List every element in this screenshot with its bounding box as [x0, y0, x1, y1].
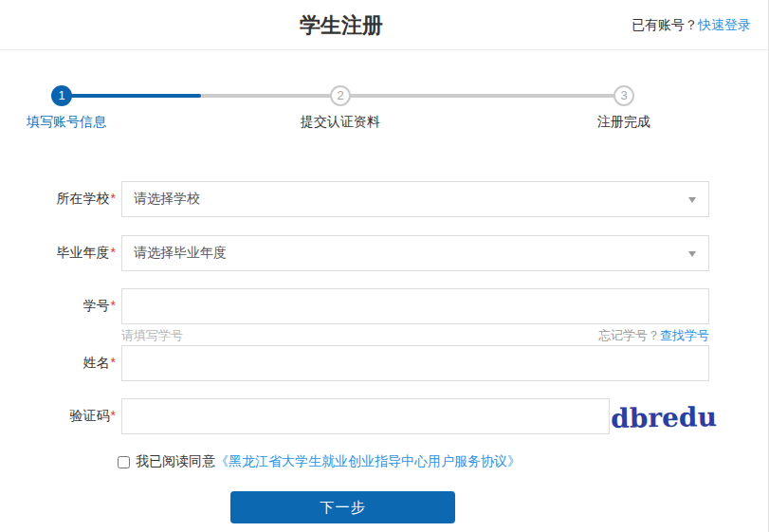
captcha-row: 验证码* [0, 398, 610, 434]
step-number-3: 3 [620, 88, 627, 102]
required-asterisk: * [111, 245, 116, 260]
grad-year-select-value: 请选择毕业年度 [134, 245, 227, 262]
step-circle-2: 2 [330, 85, 351, 106]
step-number-1: 1 [58, 88, 64, 102]
registration-page: 学生注册 已有账号？快速登录 1 2 3 填写账号信息 提交认证资料 注册完成 … [0, 0, 769, 532]
student-id-helper-text: 请填写学号 [121, 327, 183, 344]
step-circle-3: 3 [613, 85, 634, 106]
grad-year-row: 毕业年度* 请选择毕业年度 [0, 235, 709, 271]
name-input[interactable] [121, 345, 709, 381]
required-asterisk: * [111, 191, 116, 206]
step-circle-1: 1 [51, 85, 72, 106]
next-step-button[interactable]: 下一步 [230, 491, 455, 523]
required-asterisk: * [111, 408, 116, 423]
captcha-input[interactable] [121, 398, 610, 434]
step-label-fill-account: 填写账号信息 [27, 114, 106, 131]
grad-year-select[interactable]: 请选择毕业年度 [121, 235, 709, 271]
school-select[interactable]: 请选择学校 [121, 181, 709, 217]
required-asterisk: * [111, 298, 116, 313]
school-select-value: 请选择学校 [134, 191, 200, 208]
student-id-label: 学号* [0, 298, 116, 315]
quick-login-link[interactable]: 快速登录 [698, 17, 751, 32]
find-student-id-link[interactable]: 查找学号 [660, 328, 709, 342]
page-title: 学生注册 [0, 11, 683, 40]
chevron-down-icon [688, 197, 696, 203]
student-id-helper-row: 请填写学号 忘记学号？查找学号 [121, 327, 709, 344]
school-row: 所在学校* 请选择学校 [0, 181, 709, 217]
agreement-link[interactable]: 《黑龙江省大学生就业创业指导中心用户服务协议》 [215, 453, 521, 470]
grad-year-label: 毕业年度* [0, 245, 116, 262]
student-id-row: 学号* [0, 288, 709, 324]
agreement-prefix-text: 我已阅读同意 [136, 453, 215, 470]
header: 学生注册 已有账号？快速登录 [0, 0, 768, 50]
school-label: 所在学校* [0, 191, 116, 208]
step-number-2: 2 [337, 88, 343, 102]
name-row: 姓名* [0, 345, 709, 381]
forgot-id-hint: 忘记学号？查找学号 [598, 327, 709, 344]
required-asterisk: * [111, 355, 116, 370]
captcha-label: 验证码* [0, 408, 116, 425]
header-account-hint: 已有账号？快速登录 [632, 17, 751, 34]
agreement-checkbox[interactable] [118, 456, 130, 468]
name-label: 姓名* [0, 355, 116, 372]
have-account-text: 已有账号？ [632, 17, 698, 32]
agreement-row: 我已阅读同意 《黑龙江省大学生就业创业指导中心用户服务协议》 [118, 452, 521, 471]
captcha-image[interactable]: dbredu [617, 398, 711, 436]
chevron-down-icon [688, 251, 696, 257]
stepper-track-progress [62, 94, 201, 98]
step-label-submit-materials: 提交认证资料 [301, 114, 380, 131]
student-id-input[interactable] [121, 288, 709, 324]
step-label-complete: 注册完成 [597, 114, 650, 131]
